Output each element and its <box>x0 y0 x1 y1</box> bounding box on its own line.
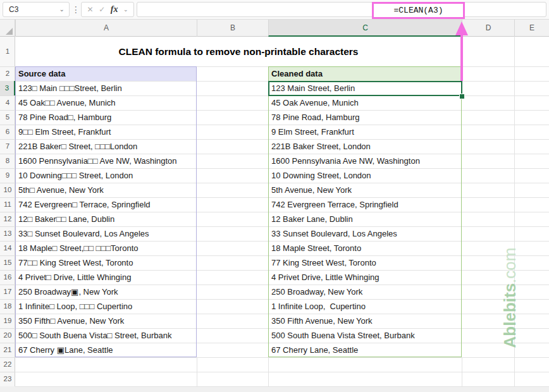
insert-function-icon[interactable]: fx <box>111 4 118 15</box>
cell-A6[interactable]: 9□□ Elm Street, Frankfurt <box>15 125 197 139</box>
annotation-arrow-line <box>460 34 463 81</box>
cell-C6[interactable]: 9 Elm Street, Frankfurt <box>268 125 462 139</box>
column-header-A[interactable]: A <box>15 20 197 37</box>
formula-bar: C3 ⌄ ⋮ ✕ ✓ fx ⌄ <box>0 0 549 20</box>
row-header-14[interactable]: 14 <box>0 241 15 255</box>
row-header-4[interactable]: 4 <box>0 95 15 110</box>
cell-C14[interactable]: 18 Maple Street, Toronto <box>268 241 462 255</box>
selected-cell-border <box>268 81 462 96</box>
name-box[interactable]: C3 ⌄ <box>3 2 70 17</box>
cell-A14[interactable]: 18 Maple□ Street,□□ □□□Toronto <box>15 241 197 255</box>
cell-A9[interactable]: 10 Downing□□□ Street, London <box>15 168 197 183</box>
row-header-22[interactable]: 22 <box>0 357 15 372</box>
row-header-19[interactable]: 19 <box>0 314 15 328</box>
select-all-corner[interactable] <box>0 20 15 37</box>
cell-A10[interactable]: 5th□ Avenue, New York <box>15 183 197 197</box>
row-header-8[interactable]: 8 <box>0 154 15 168</box>
row-header-20[interactable]: 20 <box>0 328 15 343</box>
excel-window: C3 ⌄ ⋮ ✕ ✓ fx ⌄ =CLEAN(A3) CLEAN formula… <box>0 0 549 392</box>
cell-A8[interactable]: 1600 Pennsylvania□□ Ave NW, Washington <box>15 154 197 168</box>
drag-handle-icon[interactable]: ⋮ <box>71 2 78 17</box>
cell-C13[interactable]: 33 Sunset Boulevard, Los Angeles <box>268 226 462 241</box>
name-box-value: C3 <box>3 5 18 14</box>
cell-A7[interactable]: 221B Baker□ Street, □□□London <box>15 139 197 154</box>
select-all-triangle-icon <box>6 28 13 35</box>
row-header-9[interactable]: 9 <box>0 168 15 183</box>
cell-C10[interactable]: 5th Avenue, New York <box>268 183 462 197</box>
cell-A18[interactable]: 1 Infinite□ Loop, □□□ Cupertino <box>15 299 197 314</box>
row-header-12[interactable]: 12 <box>0 212 15 226</box>
watermark-bold: Ablebits <box>500 283 519 348</box>
cell-C4[interactable]: 45 Oak Avenue, Munich <box>268 95 462 110</box>
formula-text: =CLEAN(A3) <box>393 6 443 15</box>
cell-A20[interactable]: 500□ South Buena Vista□ Street, Burbank <box>15 328 197 343</box>
annotation-arrow-icon <box>455 21 468 35</box>
cell-A17[interactable]: 250 Broadway▣, New York <box>15 285 197 299</box>
cell-C15[interactable]: 77 King Street West, Toronto <box>268 255 462 270</box>
column-header-C[interactable]: C <box>268 20 462 37</box>
cell-C5[interactable]: 78 Pine Road, Hamburg <box>268 110 462 125</box>
cell-A5[interactable]: 78 Pine Road□, Hamburg <box>15 110 197 125</box>
row-header-11[interactable]: 11 <box>0 197 15 212</box>
row-header-1[interactable]: 1 <box>0 37 15 66</box>
cell-A1-title[interactable]: CLEAN formula to remove non-printable ch… <box>15 37 462 66</box>
cell-C16[interactable]: 4 Privet Drive, Little Whinging <box>268 270 462 285</box>
cell-C19[interactable]: 350 Fifth Avenue, New York <box>268 314 462 328</box>
formula-input[interactable] <box>137 2 546 17</box>
cell-C17[interactable]: 250 Broadway, New York <box>268 285 462 299</box>
row-header-16[interactable]: 16 <box>0 270 15 285</box>
watermark-rest: .com <box>500 248 519 283</box>
fx-chevron-icon[interactable]: ⌄ <box>123 6 128 13</box>
row-header-5[interactable]: 5 <box>0 110 15 125</box>
row-header-10[interactable]: 10 <box>0 183 15 197</box>
cell-A2-source-header[interactable]: Source data <box>15 66 197 81</box>
cell-A13[interactable]: 33□ Sunset Boulevard, Los Angeles <box>15 226 197 241</box>
cell-C8[interactable]: 1600 Pennsylvania Ave NW, Washington <box>268 154 462 168</box>
chevron-down-icon[interactable]: ⌄ <box>59 3 65 16</box>
formula-buttons: ✕ ✓ fx ⌄ <box>81 2 134 17</box>
cell-A12[interactable]: 12□ Baker□□ Lane, Dublin <box>15 212 197 226</box>
row-header-3[interactable]: 3 <box>0 81 15 95</box>
watermark: Ablebits.com <box>500 248 520 348</box>
cell-A11[interactable]: 742 Evergreen□ Terrace, Springfield <box>15 197 197 212</box>
cell-A21[interactable]: 67 Cherry ▣Lane, Seattle <box>15 343 197 357</box>
cell-A15[interactable]: 77□□ King Street West, Toronto <box>15 255 197 270</box>
row-header-15[interactable]: 15 <box>0 255 15 270</box>
cancel-icon[interactable]: ✕ <box>87 5 94 14</box>
cell-C7[interactable]: 221B Baker Street, London <box>268 139 462 154</box>
cell-A4[interactable]: 45 Oak□□ Avenue, Munich <box>15 95 197 110</box>
cell-C20[interactable]: 500 South Buena Vista Street, Burbank <box>268 328 462 343</box>
column-header-B[interactable]: B <box>197 20 268 37</box>
row-header-13[interactable]: 13 <box>0 226 15 241</box>
fill-handle[interactable] <box>459 94 465 99</box>
row-header-21[interactable]: 21 <box>0 343 15 357</box>
formula-highlight-box: =CLEAN(A3) <box>372 2 465 19</box>
cell-A3[interactable]: 123□ Main □□□Street, Berlin <box>15 81 197 95</box>
row-header-6[interactable]: 6 <box>0 125 15 139</box>
cell-C9[interactable]: 10 Downing Street, London <box>268 168 462 183</box>
cell-C21[interactable]: 67 Cherry Lane, Seattle <box>268 343 462 357</box>
cell-A19[interactable]: 350 Fifth□ Avenue, New York <box>15 314 197 328</box>
cell-C11[interactable]: 742 Evergreen Terrace, Springfield <box>268 197 462 212</box>
sheet-bottom-margin <box>0 386 549 392</box>
row-header-2[interactable]: 2 <box>0 66 15 81</box>
row-header-17[interactable]: 17 <box>0 285 15 299</box>
enter-icon[interactable]: ✓ <box>99 5 105 14</box>
row-header-23[interactable]: 23 <box>0 372 15 386</box>
row-header-18[interactable]: 18 <box>0 299 15 314</box>
row-header-7[interactable]: 7 <box>0 139 15 154</box>
cell-C18[interactable]: 1 Infinite Loop, Cupertino <box>268 299 462 314</box>
cell-C2-cleaned-header[interactable]: Cleaned data <box>268 66 462 81</box>
column-header-E[interactable]: E <box>514 20 549 37</box>
column-header-D[interactable]: D <box>462 20 514 37</box>
cell-C12[interactable]: 12 Baker Lane, Dublin <box>268 212 462 226</box>
cell-A16[interactable]: 4 Privet□ Drive, Little Whinging <box>15 270 197 285</box>
